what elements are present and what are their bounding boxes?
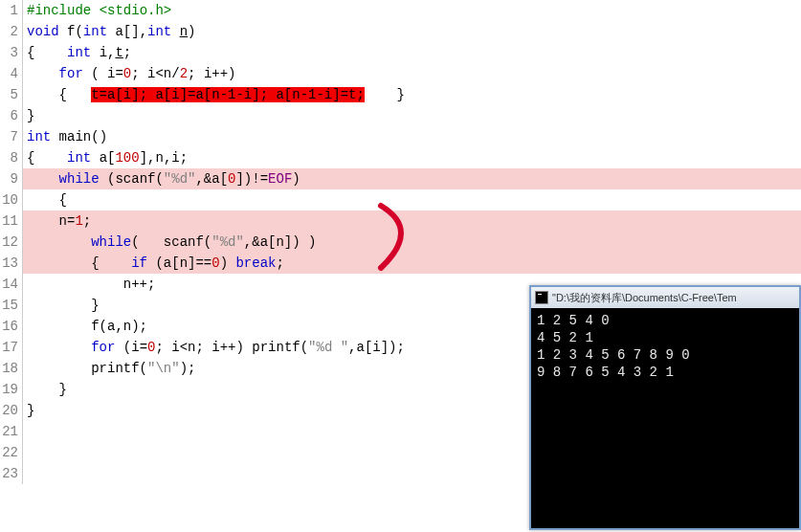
line-number: 18 — [0, 358, 23, 379]
code-line[interactable]: 4 for ( i=0; i<n/2; i++) — [0, 63, 801, 84]
code-line[interactable]: 13 { if (a[n]==0) break; — [0, 253, 801, 274]
line-number: 8 — [0, 147, 23, 168]
code-line[interactable]: 1#include <stdio.h> — [0, 0, 801, 21]
line-number: 21 — [0, 421, 23, 442]
line-number: 12 — [0, 232, 23, 253]
line-content[interactable]: void f(int a[],int n) — [23, 21, 801, 42]
console-titlebar[interactable]: "D:\我的资料库\Documents\C-Free\Tem — [531, 287, 799, 308]
code-line[interactable]: 2void f(int a[],int n) — [0, 21, 801, 42]
code-line[interactable]: 5 { t=a[i]; a[i]=a[n-1-i]; a[n-1-i]=t; } — [0, 84, 801, 105]
line-number: 17 — [0, 337, 23, 358]
line-number: 6 — [0, 105, 23, 126]
line-number: 16 — [0, 316, 23, 337]
terminal-icon — [535, 291, 548, 304]
line-number: 9 — [0, 168, 23, 189]
line-content[interactable]: n=1; — [23, 211, 801, 232]
line-number: 19 — [0, 379, 23, 400]
console-title-text: "D:\我的资料库\Documents\C-Free\Tem — [552, 291, 737, 305]
code-line[interactable]: 3{ int i,t; — [0, 42, 801, 63]
line-number: 11 — [0, 211, 23, 232]
line-content[interactable]: { if (a[n]==0) break; — [23, 253, 801, 274]
line-number: 5 — [0, 84, 23, 105]
code-line[interactable]: 6} — [0, 105, 801, 126]
line-number: 1 — [0, 0, 23, 21]
line-number: 4 — [0, 63, 23, 84]
line-content[interactable]: #include <stdio.h> — [23, 0, 801, 21]
console-window[interactable]: "D:\我的资料库\Documents\C-Free\Tem 1 2 5 4 0… — [529, 285, 801, 530]
line-content[interactable]: } — [23, 105, 801, 126]
line-content[interactable]: for ( i=0; i<n/2; i++) — [23, 63, 801, 84]
line-content[interactable]: while (scanf("%d",&a[0])!=EOF) — [23, 168, 801, 189]
line-content[interactable]: { int i,t; — [23, 42, 801, 63]
line-number: 7 — [0, 126, 23, 147]
line-number: 23 — [0, 463, 23, 484]
code-line[interactable]: 7int main() — [0, 126, 801, 147]
line-content[interactable]: while( scanf("%d",&a[n]) ) — [23, 232, 801, 253]
line-content[interactable]: { int a[100],n,i; — [23, 147, 801, 168]
code-line[interactable]: 8{ int a[100],n,i; — [0, 147, 801, 168]
code-line[interactable]: 11 n=1; — [0, 211, 801, 232]
line-number: 15 — [0, 295, 23, 316]
line-number: 14 — [0, 274, 23, 295]
line-content[interactable]: int main() — [23, 126, 801, 147]
line-number: 10 — [0, 189, 23, 211]
line-number: 22 — [0, 442, 23, 463]
code-line[interactable]: 10 { — [0, 189, 801, 211]
line-number: 3 — [0, 42, 23, 63]
line-content[interactable]: { — [23, 189, 801, 211]
console-output[interactable]: 1 2 5 4 0 4 5 2 1 1 2 3 4 5 6 7 8 9 0 9 … — [531, 308, 799, 528]
line-number: 13 — [0, 253, 23, 274]
line-content[interactable]: { t=a[i]; a[i]=a[n-1-i]; a[n-1-i]=t; } — [23, 84, 801, 105]
line-number: 20 — [0, 400, 23, 421]
code-line[interactable]: 12 while( scanf("%d",&a[n]) ) — [0, 232, 801, 253]
line-number: 2 — [0, 21, 23, 42]
code-line[interactable]: 9 while (scanf("%d",&a[0])!=EOF) — [0, 168, 801, 189]
